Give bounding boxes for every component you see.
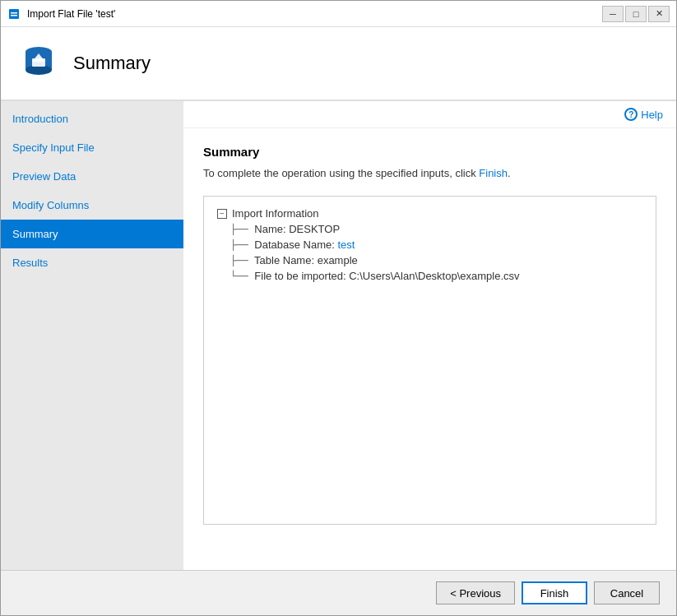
content-area: ? Help Summary To complete the operation… <box>183 101 676 570</box>
header-bar: Summary <box>1 27 676 101</box>
title-bar: Import Flat File 'test' ─ □ ✕ <box>1 1 676 27</box>
sidebar-item-preview-data[interactable]: Preview Data <box>1 162 183 191</box>
header-icon <box>17 42 60 85</box>
window-controls: ─ □ ✕ <box>602 6 670 22</box>
app-icon <box>7 7 21 21</box>
content-body: Summary To complete the operation using … <box>183 128 676 570</box>
database-value: test <box>337 239 355 251</box>
tree-item-table: ├── Table Name: example <box>230 253 642 267</box>
svg-rect-1 <box>11 12 17 14</box>
previous-button[interactable]: < Previous <box>436 581 515 604</box>
sidebar-item-introduction[interactable]: Introduction <box>1 104 183 133</box>
sidebar: Introduction Specify Input File Preview … <box>1 101 183 570</box>
sidebar-item-summary[interactable]: Summary <box>1 220 183 248</box>
finish-button[interactable]: Finish <box>522 581 587 604</box>
tree-item-database: ├── Database Name: test <box>230 238 642 252</box>
finish-text-link: Finish <box>479 167 508 179</box>
sidebar-item-modify-columns[interactable]: Modify Columns <box>1 191 183 220</box>
help-label: Help <box>641 109 663 121</box>
tree-root: − Import Information ├── Name: DESKTOP ├… <box>217 206 642 283</box>
footer: < Previous Finish Cancel <box>1 570 676 615</box>
maximize-button[interactable]: □ <box>625 6 647 22</box>
tree-item-name: ├── Name: DESKTOP <box>230 222 642 236</box>
tree-expand-icon[interactable]: − <box>217 209 227 219</box>
tree-item-file: └── File to be imported: C:\Users\Alan\D… <box>230 269 642 283</box>
intro-text: To complete the operation using the spec… <box>203 167 656 179</box>
close-button[interactable]: ✕ <box>648 6 670 22</box>
minimize-button[interactable]: ─ <box>602 6 624 22</box>
help-icon: ? <box>624 108 638 121</box>
main-window: Import Flat File 'test' ─ □ ✕ Summary <box>0 0 677 616</box>
help-link[interactable]: ? Help <box>624 108 663 121</box>
window-title: Import Flat File 'test' <box>27 8 602 20</box>
sidebar-item-specify-input-file[interactable]: Specify Input File <box>1 133 183 162</box>
tree-root-item: − Import Information <box>217 206 642 220</box>
sidebar-item-results[interactable]: Results <box>1 248 183 277</box>
svg-rect-2 <box>11 15 17 16</box>
svg-rect-0 <box>9 9 19 19</box>
header-title: Summary <box>73 53 151 74</box>
tree-box: − Import Information ├── Name: DESKTOP ├… <box>203 196 656 525</box>
content-header: ? Help <box>183 101 676 128</box>
section-title: Summary <box>203 145 656 159</box>
cancel-button[interactable]: Cancel <box>594 581 660 604</box>
main-content: Introduction Specify Input File Preview … <box>1 101 676 570</box>
